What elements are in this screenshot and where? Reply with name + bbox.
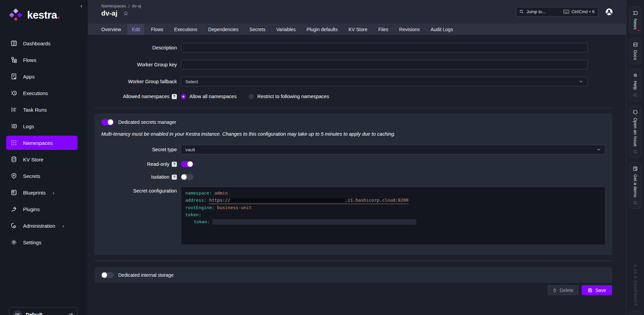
- sidebar-item-flows[interactable]: Flows: [6, 53, 78, 67]
- sidebar: ‹ kestra. Dashboards Flows Apps Executio…: [0, 0, 88, 315]
- sidebar-item-secrets[interactable]: Secrets: [6, 169, 78, 183]
- rail-label: Help: [633, 81, 638, 90]
- tab-kv-store[interactable]: KV Store: [344, 24, 372, 35]
- settings-icon: [11, 239, 17, 246]
- sidebar-item-task-runs[interactable]: Task Runs: [6, 103, 78, 117]
- sidebar-item-executions[interactable]: Executions: [6, 86, 78, 100]
- rail-label: Docs: [633, 50, 638, 60]
- tab-overview[interactable]: Overview: [97, 24, 125, 35]
- footer-actions: Delete Save: [95, 283, 612, 295]
- dedicated-internal-storage-card: Dedicated internal storage: [95, 267, 612, 283]
- sidebar-collapse-icon[interactable]: ‹: [80, 3, 82, 9]
- sidebar-item-logs[interactable]: Logs: [6, 119, 78, 133]
- news-icon: [633, 10, 638, 16]
- code-line: namespace: admin: [185, 189, 601, 197]
- delete-button[interactable]: Delete: [548, 285, 578, 295]
- tab-files[interactable]: Files: [374, 24, 393, 35]
- help-icon[interactable]: ?: [172, 94, 177, 99]
- tab-bar: Overview Edit Flows Executions Dependenc…: [88, 24, 626, 35]
- kestra-logo-text: kestra.: [27, 9, 60, 21]
- secret-configuration-editor[interactable]: namespace: admin address: https://.z1.ha…: [181, 187, 605, 245]
- sidebar-item-administration[interactable]: Administration ›: [6, 219, 78, 233]
- tenant-switcher[interactable]: DE Default ⇄: [9, 307, 77, 315]
- secret-configuration-label: Secret configuration: [101, 187, 181, 194]
- jump-to-search[interactable]: Jump to... Ctrl/Cmd + K: [516, 7, 598, 17]
- radio-selected-icon: [181, 94, 186, 99]
- rail-partial-button[interactable]: [629, 311, 641, 315]
- swap-tenant-icon: ⇄: [68, 312, 73, 315]
- read-only-label: Read-only ?: [101, 161, 181, 167]
- tenant-avatar: DE: [13, 310, 22, 315]
- tab-audit-logs[interactable]: Audit Logs: [426, 24, 457, 35]
- code-line: token:: [185, 218, 601, 225]
- dedicated-internal-storage-label: Dedicated internal storage: [118, 272, 173, 278]
- radio-allow-all-namespaces[interactable]: Allow all namespaces: [181, 94, 236, 99]
- help-button[interactable]: Help: [629, 69, 641, 101]
- dedicated-secrets-manager-label: Dedicated secrets manager: [118, 119, 176, 125]
- tab-secrets[interactable]: Secrets: [245, 24, 270, 35]
- kestra-logo[interactable]: kestra.: [0, 0, 88, 22]
- breadcrumb-namespaces[interactable]: Namespaces: [101, 4, 126, 8]
- sidebar-item-apps[interactable]: Apps: [6, 69, 78, 84]
- favorite-star-icon[interactable]: ☆: [123, 10, 128, 17]
- chevron-down-icon: [596, 147, 601, 152]
- sidebar-item-dashboards[interactable]: Dashboards: [6, 36, 78, 50]
- secret-type-label: Secret type: [101, 147, 181, 152]
- tab-edit[interactable]: Edit: [127, 24, 144, 35]
- tab-dependencies[interactable]: Dependencies: [204, 24, 243, 35]
- edit-form-content: Description Worker Group key Worker Grou…: [88, 35, 626, 315]
- tab-executions[interactable]: Executions: [170, 24, 202, 35]
- sidebar-item-label: Plugins: [23, 206, 40, 212]
- sidebar-item-settings[interactable]: Settings: [6, 235, 78, 249]
- help-icon[interactable]: ?: [172, 175, 177, 180]
- redacted-value: [212, 219, 416, 225]
- code-line: token:: [185, 211, 601, 218]
- chevron-down-icon: [579, 79, 583, 84]
- namespaces-icon: [11, 139, 17, 146]
- tab-plugin-defaults[interactable]: Plugin defaults: [302, 24, 342, 35]
- external-link-icon: [633, 93, 637, 97]
- save-button[interactable]: Save: [582, 285, 612, 295]
- tab-variables[interactable]: Variables: [272, 24, 300, 35]
- sidebar-item-label: Administration: [23, 223, 55, 229]
- sidebar-item-plugins[interactable]: Plugins: [6, 202, 78, 216]
- chevron-right-icon: ›: [53, 190, 55, 196]
- sidebar-item-namespaces[interactable]: Namespaces: [6, 136, 78, 150]
- isolation-toggle[interactable]: [181, 174, 193, 180]
- docs-button[interactable]: Docs: [629, 38, 641, 64]
- select-value: Select: [185, 79, 579, 84]
- external-link-icon: [633, 150, 637, 154]
- dedicated-secrets-manager-toggle[interactable]: [101, 119, 114, 125]
- user-avatar-icon[interactable]: [605, 8, 613, 16]
- worker-group-key-input[interactable]: [181, 60, 588, 69]
- dedicated-internal-storage-toggle[interactable]: [101, 272, 114, 278]
- executions-icon: [11, 90, 17, 96]
- tab-flows[interactable]: Flows: [146, 24, 168, 35]
- read-only-toggle[interactable]: [181, 161, 193, 167]
- dashboards-icon: [11, 40, 17, 47]
- sidebar-item-blueprints[interactable]: Blueprints ›: [6, 185, 78, 200]
- sidebar-item-kv-store[interactable]: KV Store: [6, 152, 78, 166]
- plugins-icon: [11, 206, 17, 212]
- help-icon[interactable]: ?: [172, 162, 177, 167]
- flows-icon: [11, 57, 17, 63]
- radio-unselected-icon: [249, 94, 254, 99]
- news-button[interactable]: News: [629, 6, 641, 33]
- tab-revisions[interactable]: Revisions: [395, 24, 424, 35]
- radio-restrict-namespaces[interactable]: Restrict to following namespaces: [249, 94, 329, 99]
- search-shortcut: Ctrl/Cmd + K: [563, 9, 595, 14]
- get-a-demo-button[interactable]: Get a demo: [629, 162, 641, 208]
- isolation-label: Isolation ?: [101, 174, 181, 180]
- keyboard-icon: [563, 9, 569, 14]
- search-placeholder: Jump to...: [526, 9, 561, 14]
- worker-group-fallback-select[interactable]: Select: [181, 77, 588, 86]
- secret-type-select[interactable]: vault: [181, 145, 605, 154]
- tenant-name: Default: [26, 312, 65, 315]
- open-an-issue-button[interactable]: Open an Issue: [629, 106, 641, 158]
- description-input[interactable]: [181, 43, 588, 52]
- github-icon: [633, 110, 638, 115]
- breadcrumb-separator: /: [128, 4, 129, 8]
- sidebar-item-label: Secrets: [23, 173, 40, 179]
- code-line: rootEngine: business-unit: [185, 204, 601, 211]
- sidebar-item-label: Dashboards: [23, 41, 50, 46]
